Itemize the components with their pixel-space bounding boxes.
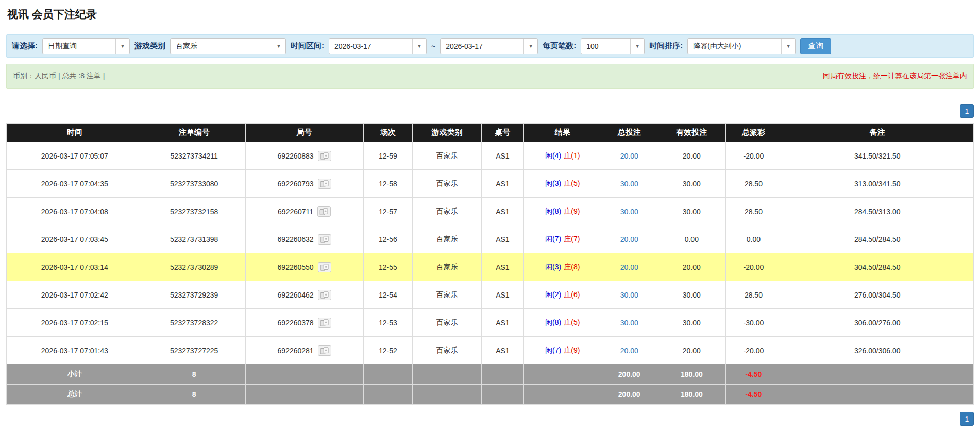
table-row: 2026-03-17 07:02:42 523273729239 6922604… — [7, 281, 974, 309]
total-bet-link[interactable]: 30.00 — [620, 319, 638, 327]
range-separator: ~ — [431, 42, 435, 50]
total-bet-link[interactable]: 30.00 — [620, 291, 638, 299]
cards-icon[interactable] — [318, 234, 331, 245]
cell-total-bet: 20.00 — [601, 253, 657, 281]
page-button-1[interactable]: 1 — [960, 104, 974, 118]
cell-payout: -30.00 — [726, 309, 781, 337]
total-bet-link[interactable]: 20.00 — [620, 152, 638, 160]
header-payout: 总派彩 — [726, 124, 781, 142]
table-row: 2026-03-17 07:04:08 523273732158 6922607… — [7, 198, 974, 225]
header-session: 场次 — [363, 124, 413, 142]
cell-valid-bet: 20.00 — [657, 253, 726, 281]
game-type-label: 游戏类别 — [134, 41, 165, 51]
cell-total-bet: 20.00 — [601, 337, 657, 364]
cell-table-no: AS1 — [481, 337, 524, 364]
cell-session: 12-58 — [363, 170, 413, 198]
cell-table-no: AS1 — [481, 142, 524, 170]
cell-table-no: AS1 — [481, 309, 524, 337]
time-range-label: 时间区间: — [291, 41, 324, 51]
chevron-down-icon: ▼ — [412, 39, 426, 54]
cell-note: 284.50/313.00 — [781, 198, 974, 225]
cell-total-bet: 30.00 — [601, 170, 657, 198]
cards-icon[interactable] — [318, 318, 331, 328]
cards-icon[interactable] — [318, 262, 331, 272]
result-banker: 庄(9) — [564, 346, 580, 354]
cell-payout: 0.00 — [726, 225, 781, 253]
subtotal-valid-bet: 180.00 — [657, 364, 726, 385]
cell-valid-bet: 30.00 — [657, 198, 726, 225]
cell-table-no: AS1 — [481, 281, 524, 309]
header-bet-id: 注单编号 — [143, 124, 245, 142]
cell-table-no: AS1 — [481, 198, 524, 225]
cell-valid-bet: 30.00 — [657, 281, 726, 309]
result-player: 闲(3) — [545, 263, 561, 271]
page-size-label: 每页笔数: — [543, 41, 576, 51]
date-to-value: 2026-03-17 — [441, 39, 523, 54]
cell-payout: 28.50 — [726, 281, 781, 309]
page-title: 视讯 会员下注纪录 — [6, 4, 974, 28]
cell-result: 闲(3)庄(5) — [524, 170, 601, 198]
round-number: 692260793 — [278, 180, 314, 188]
header-table-no: 桌号 — [481, 124, 524, 142]
cell-valid-bet: 20.00 — [657, 142, 726, 170]
subtotal-count: 8 — [143, 364, 245, 385]
header-total-bet: 总投注 — [601, 124, 657, 142]
round-number: 692260711 — [278, 207, 313, 216]
sort-select[interactable]: 降幂(由大到小) ▼ — [687, 38, 796, 54]
table-row: 2026-03-17 07:02:15 523273728322 6922603… — [7, 309, 974, 337]
round-number: 692260462 — [278, 291, 314, 299]
subtotal-row: 小计 8 200.00 180.00 -4.50 — [7, 364, 974, 385]
game-type-value: 百家乐 — [171, 39, 272, 54]
cards-icon[interactable] — [318, 151, 331, 161]
cell-game: 百家乐 — [413, 281, 481, 309]
date-to-select[interactable]: 2026-03-17 ▼ — [440, 38, 538, 54]
subtotal-label: 小计 — [7, 364, 143, 385]
cell-session: 12-52 — [363, 337, 413, 364]
cell-session: 12-59 — [363, 142, 413, 170]
result-banker: 庄(1) — [564, 151, 580, 160]
cell-game: 百家乐 — [413, 337, 481, 364]
page-size-select[interactable]: 100 ▼ — [581, 38, 645, 54]
page-size-value: 100 — [581, 39, 630, 54]
cards-icon[interactable] — [317, 206, 331, 217]
result-banker: 庄(8) — [564, 263, 580, 271]
cell-game: 百家乐 — [413, 309, 481, 337]
chevron-down-icon: ▼ — [781, 39, 795, 54]
total-bet-link[interactable]: 30.00 — [620, 207, 638, 216]
cell-round: 692260793 — [245, 170, 363, 198]
cell-total-bet: 20.00 — [601, 142, 657, 170]
result-player: 闲(3) — [545, 179, 561, 187]
pagination-bottom: 1 — [6, 412, 974, 426]
records-table: 时间 注单编号 局号 场次 游戏类别 桌号 结果 总投注 有效投注 总派彩 备注… — [6, 123, 974, 405]
cell-total-bet: 30.00 — [601, 281, 657, 309]
cell-bet-id: 523273729239 — [143, 281, 245, 309]
total-bet-link[interactable]: 20.00 — [620, 346, 638, 355]
total-bet-link[interactable]: 20.00 — [620, 235, 638, 244]
cards-icon[interactable] — [318, 179, 331, 189]
page-button-1[interactable]: 1 — [960, 412, 974, 426]
cell-game: 百家乐 — [413, 253, 481, 281]
total-label: 总计 — [7, 385, 143, 405]
query-type-select[interactable]: 日期查询 ▼ — [42, 38, 130, 54]
total-bet-link[interactable]: 30.00 — [620, 180, 638, 188]
table-row: 2026-03-17 07:04:35 523273733080 6922607… — [7, 170, 974, 198]
date-from-select[interactable]: 2026-03-17 ▼ — [329, 38, 427, 54]
cell-table-no: AS1 — [481, 225, 524, 253]
total-count: 8 — [143, 385, 245, 405]
cards-icon[interactable] — [318, 345, 331, 356]
cards-icon[interactable] — [318, 290, 331, 300]
subtotal-payout: -4.50 — [726, 364, 781, 385]
cell-note: 313.00/341.50 — [781, 170, 974, 198]
total-bet-link[interactable]: 20.00 — [620, 263, 638, 271]
cell-note: 326.00/306.00 — [781, 337, 974, 364]
cell-total-bet: 20.00 — [601, 225, 657, 253]
chevron-down-icon: ▼ — [523, 39, 537, 54]
search-button[interactable]: 查询 — [800, 38, 831, 54]
table-header-row: 时间 注单编号 局号 场次 游戏类别 桌号 结果 总投注 有效投注 总派彩 备注 — [7, 124, 974, 142]
cell-round: 692260378 — [245, 309, 363, 337]
table-row: 2026-03-17 07:05:07 523273734211 6922608… — [7, 142, 974, 170]
cell-game: 百家乐 — [413, 225, 481, 253]
cell-result: 闲(8)庄(5) — [524, 309, 601, 337]
game-type-select[interactable]: 百家乐 ▼ — [170, 38, 286, 54]
round-number: 692260281 — [278, 346, 314, 355]
